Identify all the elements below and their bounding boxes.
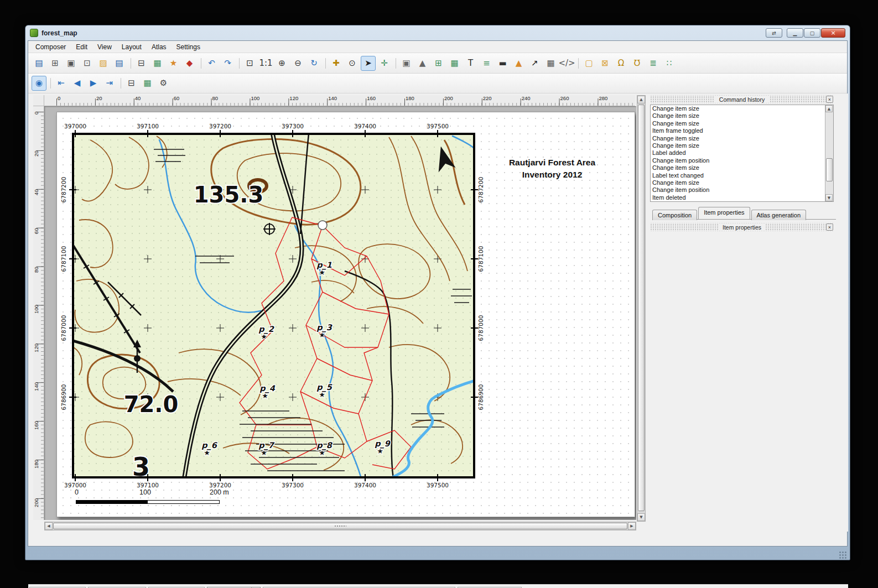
add-new-map[interactable]: ⊞	[431, 56, 446, 71]
scroll-down-arrow-icon[interactable]: ▼	[637, 513, 645, 521]
panel-tabs: CompositionItem propertiesAtlas generati…	[652, 207, 836, 220]
scroll-left-arrow-icon[interactable]: ◀	[45, 522, 53, 530]
tab-composition[interactable]: Composition	[652, 210, 697, 220]
maximize-button[interactable]: ▢	[804, 28, 820, 38]
deselect-items[interactable]: ⊠	[598, 56, 612, 71]
menu-item[interactable]: Composer	[30, 41, 71, 53]
horizontal-scrollbar-thumb[interactable]	[53, 523, 627, 529]
close-icon[interactable]: ×	[826, 223, 833, 231]
command-history-item[interactable]: Change item size	[651, 164, 825, 171]
composition-page[interactable]: 135.3 72.0 3 ★ p_1 ★ p_2	[56, 112, 635, 517]
menu-item[interactable]: Settings	[172, 41, 205, 53]
align-items[interactable]: ≣	[646, 56, 661, 71]
vertical-scrollbar-thumb[interactable]	[638, 105, 645, 511]
move-item-content[interactable]: ✛	[377, 56, 392, 71]
command-history-item[interactable]: Change item size	[651, 135, 825, 142]
toolbar-icon: ◆	[186, 59, 193, 67]
export-as-image[interactable]: ▦	[150, 56, 165, 71]
add-attribute-table[interactable]: ▦	[543, 56, 558, 71]
zoom-tool[interactable]: ⊙	[345, 56, 360, 71]
zoom-in[interactable]: ⊕	[274, 56, 289, 71]
first-feature[interactable]: ⇤	[54, 76, 69, 91]
add-shape[interactable]: ▲	[511, 56, 526, 71]
add-label[interactable]: T	[463, 56, 478, 71]
command-history-item[interactable]: Change item size	[651, 142, 825, 149]
menu-item[interactable]: View	[92, 41, 117, 53]
scroll-down-arrow-icon[interactable]: ▼	[825, 194, 833, 201]
select-items[interactable]: ▢	[581, 56, 596, 71]
distribute-items[interactable]: ∷	[662, 56, 677, 71]
titlebar[interactable]: forest_map ⇄ ▁ ▢ ×	[28, 25, 848, 40]
command-history-scrollbar[interactable]: ▲ ▼	[825, 105, 833, 201]
command-history-item[interactable]: Label added	[651, 149, 825, 157]
resize-grip[interactable]	[839, 551, 846, 559]
refresh-view[interactable]: ↻	[306, 56, 321, 71]
export-as-svg[interactable]: ★	[166, 56, 181, 71]
horizontal-scrollbar[interactable]: ◀ ▶	[44, 522, 636, 530]
command-history-item[interactable]: Change item position	[651, 157, 825, 164]
map-title[interactable]: Rautjarvi Forest Area Inventory 2012	[483, 157, 621, 180]
close-icon[interactable]: ×	[826, 96, 833, 103]
undo[interactable]: ↶	[204, 56, 219, 71]
dock-toggle-button[interactable]: ⇄	[766, 28, 782, 38]
scroll-up-arrow-icon[interactable]: ▲	[637, 96, 645, 103]
group-items[interactable]: ▣	[399, 56, 414, 71]
save-project[interactable]: ▤	[32, 56, 46, 71]
raise-items[interactable]: ▲	[415, 56, 430, 71]
command-history-item[interactable]: Change item position	[651, 186, 825, 194]
zoom-out[interactable]: ⊖	[290, 56, 305, 71]
command-history-item[interactable]: Item deleted	[651, 194, 825, 201]
atlas-settings[interactable]: ⚙	[156, 76, 171, 91]
print-atlas[interactable]: ⊟	[124, 76, 139, 91]
export-as-pdf[interactable]: ◆	[182, 56, 197, 71]
map-coordinate-label: 6787200	[60, 177, 67, 203]
vertical-scrollbar[interactable]: ▲ ▼	[637, 95, 646, 522]
command-history-item[interactable]: Item frame toggled	[651, 127, 825, 134]
redo[interactable]: ↷	[220, 56, 235, 71]
save-as-template[interactable]: ▤	[112, 56, 127, 71]
close-button[interactable]: ×	[821, 28, 845, 38]
lock-items[interactable]: Ω	[614, 56, 628, 71]
menu-item[interactable]: Atlas	[147, 41, 172, 53]
zoom-actual[interactable]: 1:1	[258, 56, 273, 71]
tab-label: Atlas generation	[757, 212, 801, 218]
toolbar-icon: ⊠	[601, 59, 609, 67]
load-from-template[interactable]: ▨	[96, 56, 111, 71]
last-feature[interactable]: ⇥	[102, 76, 117, 91]
minimize-button[interactable]: ▁	[787, 28, 803, 38]
add-html[interactable]: </>	[559, 56, 574, 71]
print[interactable]: ⊟	[134, 56, 149, 71]
previous-feature[interactable]: ◀	[70, 76, 85, 91]
menu-item[interactable]: Layout	[117, 41, 147, 53]
menu-item[interactable]: Edit	[71, 41, 92, 53]
new-composition[interactable]: ⊞	[48, 56, 63, 71]
scroll-up-arrow-icon[interactable]: ▲	[825, 105, 833, 112]
pan[interactable]: ✚	[329, 56, 344, 71]
tab-atlas-generation[interactable]: Atlas generation	[751, 210, 807, 220]
scroll-right-arrow-icon[interactable]: ▶	[628, 522, 636, 530]
scalebar-item[interactable]: 0 100 200 m	[74, 488, 240, 512]
select-move-item[interactable]: ➤	[361, 56, 376, 71]
composer-manager[interactable]: ⊡	[80, 56, 95, 71]
add-legend[interactable]: ≡	[479, 56, 494, 71]
add-arrow[interactable]: ↗	[527, 56, 542, 71]
command-history-item[interactable]: Change item size	[651, 105, 825, 112]
composer-canvas[interactable]: 135.3 72.0 3 ★ p_1 ★ p_2	[44, 106, 636, 520]
zoom-full[interactable]: ⊡	[242, 56, 257, 71]
command-history-item[interactable]: Change item size	[651, 179, 825, 186]
map-coordinate-label: 397500	[427, 123, 449, 129]
command-history-item[interactable]: Change item size	[651, 112, 825, 119]
duplicate-composition[interactable]: ▣	[64, 56, 79, 71]
unlock-items[interactable]: ℧	[630, 56, 645, 71]
scrollbar-thumb[interactable]	[826, 158, 833, 181]
tab-item-properties[interactable]: Item properties	[698, 207, 750, 219]
export-atlas[interactable]: ▦	[140, 76, 155, 91]
add-scalebar[interactable]: ▬	[495, 56, 510, 71]
preview-atlas[interactable]: ◉	[32, 76, 46, 91]
next-feature[interactable]: ▶	[86, 76, 101, 91]
command-history-item[interactable]: Change item size	[651, 120, 825, 127]
map-coordinate-label: 6787200	[477, 177, 484, 203]
command-history-item[interactable]: Label text changed	[651, 172, 825, 179]
add-image[interactable]: ▦	[447, 56, 462, 71]
map-item[interactable]: 135.3 72.0 3 ★ p_1 ★ p_2	[57, 115, 494, 502]
